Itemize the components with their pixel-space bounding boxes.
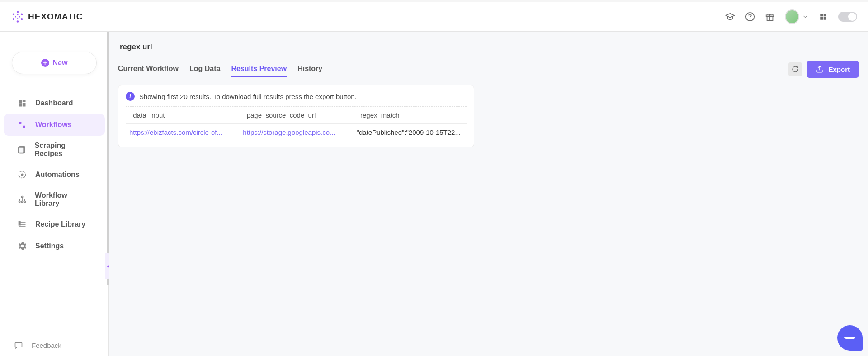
table-header-row: _data_input _page_source_code_url _regex… xyxy=(126,107,467,124)
sidebar-item-label: Settings xyxy=(35,242,64,250)
automations-icon xyxy=(17,170,27,180)
sidebar-item-dashboard[interactable]: Dashboard xyxy=(4,92,105,114)
svg-point-11 xyxy=(750,19,750,19)
tab-history[interactable]: History xyxy=(297,61,322,77)
chat-icon xyxy=(844,337,855,339)
sidebar-item-settings[interactable]: Settings xyxy=(4,235,105,257)
svg-rect-37 xyxy=(19,223,20,225)
sidebar-item-recipe-library[interactable]: Recipe Library xyxy=(4,214,105,235)
tab-log-data[interactable]: Log Data xyxy=(189,61,220,77)
refresh-button[interactable] xyxy=(788,62,802,76)
avatar xyxy=(785,9,799,24)
svg-point-32 xyxy=(24,201,25,202)
plus-icon: + xyxy=(41,59,49,67)
svg-rect-20 xyxy=(23,100,26,102)
logo[interactable]: HEXOMATIC xyxy=(11,10,83,24)
feedback-label: Feedback xyxy=(32,342,61,349)
svg-rect-15 xyxy=(820,14,823,16)
cell-page-source[interactable]: https://storage.googleapis.co... xyxy=(239,128,353,136)
sidebar-item-scraping-recipes[interactable]: Scraping Recipes xyxy=(4,136,105,164)
svg-rect-17 xyxy=(820,17,823,19)
svg-rect-36 xyxy=(19,221,20,223)
info-icon: i xyxy=(126,92,135,101)
recipe-library-icon xyxy=(17,219,27,229)
svg-rect-19 xyxy=(19,100,22,104)
workflows-icon xyxy=(17,120,27,130)
info-banner: i Showing first 20 results. To download … xyxy=(126,92,467,107)
sidebar-item-label: Scraping Recipes xyxy=(35,142,91,158)
tab-current-workflow[interactable]: Current Workflow xyxy=(118,61,179,77)
svg-rect-38 xyxy=(15,342,22,347)
page-title: regex url xyxy=(120,43,859,52)
sidebar-item-label: Workflow Library xyxy=(35,191,91,208)
svg-point-6 xyxy=(17,14,19,15)
sidebar-item-automations[interactable]: Automations xyxy=(4,164,105,185)
feedback-icon xyxy=(14,340,24,350)
svg-rect-26 xyxy=(19,147,24,153)
help-icon[interactable] xyxy=(745,12,755,22)
chevron-down-icon xyxy=(802,14,808,20)
sidebar-item-feedback[interactable]: Feedback xyxy=(0,334,108,356)
sidebar-item-label: Recipe Library xyxy=(35,220,85,228)
svg-point-29 xyxy=(21,196,23,198)
cell-data-input[interactable]: https://ebizfacts.com/circle-of... xyxy=(126,128,239,136)
logo-text: HEXOMATIC xyxy=(28,12,83,22)
svg-point-28 xyxy=(21,174,24,176)
svg-point-7 xyxy=(19,16,20,17)
column-header: _data_input xyxy=(126,111,239,119)
dashboard-icon xyxy=(17,98,27,108)
gear-icon xyxy=(17,241,27,251)
recipes-icon xyxy=(17,145,27,155)
svg-rect-23 xyxy=(19,122,21,124)
export-button[interactable]: Export xyxy=(807,61,859,78)
gift-icon[interactable] xyxy=(765,12,775,22)
sidebar-item-workflow-library[interactable]: Workflow Library xyxy=(4,185,105,214)
svg-point-4 xyxy=(13,18,15,20)
svg-point-9 xyxy=(15,16,16,17)
svg-rect-24 xyxy=(23,126,25,128)
sidebar-item-workflows[interactable]: Workflows xyxy=(4,114,105,136)
svg-point-0 xyxy=(17,11,19,13)
svg-point-2 xyxy=(21,18,23,20)
new-button[interactable]: + New xyxy=(12,52,97,74)
export-icon xyxy=(816,65,824,73)
main-content: regex url Current Workflow Log Data Resu… xyxy=(109,32,868,356)
svg-point-31 xyxy=(21,201,23,202)
svg-rect-22 xyxy=(19,104,22,107)
tab-results-preview[interactable]: Results Preview xyxy=(231,61,287,77)
results-card: i Showing first 20 results. To download … xyxy=(118,85,474,147)
logo-icon xyxy=(11,10,24,24)
refresh-icon xyxy=(792,66,799,73)
user-menu[interactable] xyxy=(785,9,808,24)
topbar-actions xyxy=(725,9,857,24)
apps-icon[interactable] xyxy=(818,12,828,22)
chat-widget[interactable] xyxy=(837,325,863,351)
new-button-label: New xyxy=(53,59,68,67)
svg-rect-18 xyxy=(824,17,826,19)
theme-toggle[interactable] xyxy=(838,12,857,22)
svg-rect-21 xyxy=(23,103,26,106)
academy-icon[interactable] xyxy=(725,12,735,22)
table-row: https://ebizfacts.com/circle-of... https… xyxy=(126,124,467,141)
sidebar-item-label: Automations xyxy=(35,171,80,179)
column-header: _page_source_code_url xyxy=(239,111,353,119)
svg-point-8 xyxy=(17,18,19,19)
svg-point-3 xyxy=(17,20,19,23)
svg-point-1 xyxy=(21,13,23,15)
export-label: Export xyxy=(828,66,850,73)
cell-regex-match: "datePublished":"2009-10-15T22... xyxy=(353,128,467,136)
library-icon xyxy=(17,195,27,204)
tabs: Current Workflow Log Data Results Previe… xyxy=(118,61,322,77)
sidebar-item-label: Dashboard xyxy=(35,99,73,107)
sidebar: + New Dashboard Workflows Scraping R xyxy=(0,32,109,356)
svg-point-30 xyxy=(19,201,20,202)
topbar: HEXOMATIC xyxy=(0,2,868,32)
svg-point-5 xyxy=(13,13,15,15)
column-header: _regex_match xyxy=(353,111,467,119)
svg-rect-16 xyxy=(824,14,826,16)
info-text: Showing first 20 results. To download fu… xyxy=(139,93,357,100)
results-table: _data_input _page_source_code_url _regex… xyxy=(126,107,467,141)
sidebar-item-label: Workflows xyxy=(35,121,72,129)
